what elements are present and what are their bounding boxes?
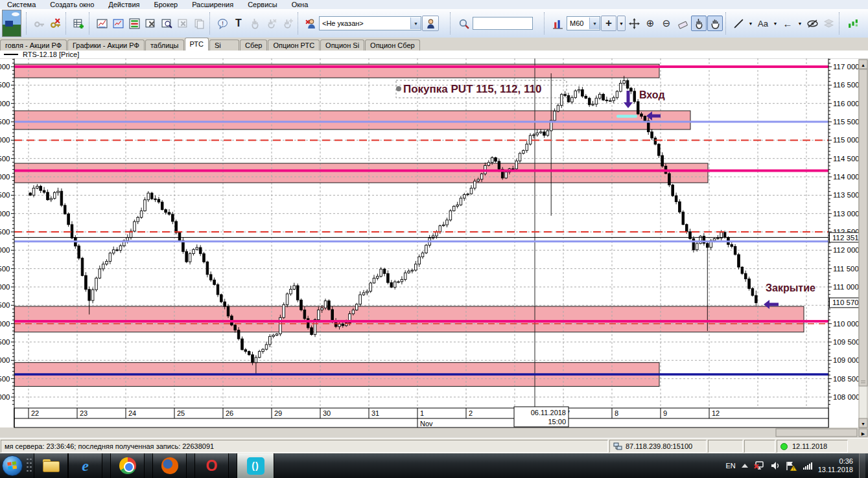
find-window-icon[interactable] (159, 16, 174, 31)
tray-time: 0:36 (839, 457, 853, 465)
search-input[interactable] (473, 17, 533, 30)
svg-text:9: 9 (663, 409, 667, 417)
line-tool-dropdown[interactable]: ▼ (747, 16, 755, 31)
svg-text:114 000: 114 000 (0, 173, 10, 181)
toolbar-separator (89, 12, 91, 34)
tab-trade-stocks[interactable]: говля - Акции РФ (0, 40, 67, 51)
chart-canvas[interactable]: Покупка PUT 115, 112, 110ВходЗакрытие108… (0, 58, 868, 438)
connection-address: 87.118.239.80:15100 (626, 442, 692, 450)
date-section: 12.11.2018 (777, 440, 848, 453)
pan-tool-icon[interactable] (626, 16, 642, 31)
show-hidden-icons[interactable] (742, 464, 748, 468)
close-all-windows-icon[interactable] (175, 16, 191, 31)
tab-option-si[interactable]: Опцион Si (320, 40, 364, 51)
language-indicator[interactable]: EN (725, 462, 735, 470)
taskbar-ie-button[interactable]: e (68, 453, 102, 478)
alert-bubble-icon[interactable]: ! (215, 16, 230, 31)
chart-legend: RTS-12.18 [Price] (0, 51, 868, 58)
workspace-tabs: говля - Акции РФ Графики - Акции РФ табл… (0, 38, 868, 51)
timeframe-combobox[interactable]: M60 ▼ (567, 16, 600, 30)
hand-point-icon[interactable] (247, 16, 263, 31)
eraser-icon[interactable] (675, 16, 690, 31)
taskbar-quik-button[interactable]: () (237, 453, 274, 478)
new-chart-icon[interactable] (94, 16, 110, 31)
taskbar-chrome-button[interactable] (110, 453, 145, 478)
layers-icon[interactable] (821, 16, 836, 31)
tab-option-sber[interactable]: Опцион Сбер (365, 40, 420, 51)
windows-logo-icon (2, 455, 23, 476)
svg-text:115 500: 115 500 (0, 118, 10, 126)
menu-bar: Система Создать окно Действия Брокер Рас… (0, 0, 868, 9)
arrow-tool-icon[interactable]: ← (780, 16, 795, 31)
text-tool-dropdown[interactable]: ▼ (771, 16, 779, 31)
svg-text:112 351: 112 351 (832, 234, 859, 242)
client-profile-button[interactable] (422, 16, 439, 31)
drag-hand-icon[interactable] (707, 16, 723, 31)
taskbar-opera-button[interactable]: O (194, 453, 229, 478)
connection-section: 87.118.239.80:15100 (609, 440, 707, 453)
menu-windows[interactable]: Окна (285, 0, 316, 9)
tab-sber[interactable]: Сбер (240, 40, 267, 51)
toolbar-separator (544, 12, 546, 34)
show-desktop-button[interactable] (859, 453, 865, 478)
taskbar-firefox-button[interactable] (152, 453, 187, 478)
client-combobox[interactable]: <Не указан> ▼ (319, 16, 421, 30)
chevron-down-icon[interactable]: ▼ (410, 17, 421, 29)
tab-si[interactable]: Si (209, 40, 239, 51)
menu-create-window[interactable]: Создать окно (43, 0, 101, 9)
tab-rts[interactable]: РТС (185, 38, 209, 51)
status-section-empty2 (744, 440, 775, 453)
line-tool-icon[interactable] (731, 16, 746, 31)
hand-remove-icon[interactable] (263, 16, 279, 31)
start-button[interactable] (0, 453, 25, 478)
copy-window-icon[interactable] (191, 16, 207, 31)
chart-image-icon[interactable] (110, 16, 126, 31)
add-table-icon[interactable] (71, 16, 86, 31)
disconnect-key-icon[interactable] (47, 16, 63, 31)
svg-text:113 500: 113 500 (833, 191, 860, 199)
chart-style-icon[interactable] (844, 15, 861, 32)
text-tool-icon[interactable]: Aa (755, 16, 771, 31)
svg-text:Nov: Nov (420, 420, 433, 427)
folder-icon (43, 459, 60, 472)
svg-text:110 000: 110 000 (833, 320, 860, 328)
action-center-flag-icon[interactable]: ! (786, 461, 797, 471)
menu-extensions[interactable]: Расширения (185, 0, 240, 9)
text-type-icon[interactable]: T (231, 16, 246, 31)
network-disconnected-icon[interactable] (754, 461, 765, 471)
zoom-in-icon[interactable]: ⊕ (642, 16, 658, 31)
svg-text:111 500: 111 500 (0, 265, 10, 273)
menu-services[interactable]: Сервисы (240, 0, 285, 9)
volume-icon[interactable] (771, 461, 780, 470)
menu-system[interactable]: Система (0, 0, 43, 9)
taskbar-explorer-button[interactable] (34, 453, 68, 478)
toolbar-separator (839, 12, 841, 34)
menu-broker[interactable]: Брокер (147, 0, 185, 9)
signal-strength-icon[interactable] (803, 462, 812, 470)
svg-text:29: 29 (274, 409, 282, 417)
tab-option-rts[interactable]: Опцион РТС (268, 40, 320, 51)
hide-drawings-icon[interactable] (804, 16, 820, 31)
tab-tables[interactable]: таблицы (145, 40, 184, 51)
add-plot-button[interactable]: + (601, 16, 616, 31)
chevron-down-icon[interactable]: ▼ (589, 17, 600, 29)
hand-add-icon[interactable] (279, 16, 295, 31)
svg-text:06.11.2018: 06.11.2018 (531, 409, 566, 416)
menu-actions[interactable]: Действия (101, 0, 147, 9)
taskbar-clock[interactable]: 0:36 13.11.2018 (818, 457, 853, 474)
quotes-list-icon[interactable] (126, 16, 142, 31)
svg-text:!: ! (793, 466, 794, 471)
taskbar-grip[interactable] (26, 457, 32, 474)
arrow-tool-dropdown[interactable]: ▼ (796, 16, 804, 31)
connect-key-icon[interactable] (31, 16, 47, 31)
pointer-hand-icon[interactable] (691, 16, 707, 31)
add-plot-dropdown[interactable]: ▼ (617, 16, 626, 31)
zoom-out-icon[interactable]: ⊖ (659, 16, 674, 31)
opera-icon: O (206, 457, 218, 475)
tab-charts-stocks[interactable]: Графики - Акции РФ (67, 40, 145, 51)
client-clear-icon[interactable] (303, 16, 318, 31)
close-window-icon[interactable] (143, 16, 158, 31)
system-tray: EN ! 0:36 13.11.2018 (725, 453, 868, 478)
svg-text:113 000: 113 000 (833, 210, 860, 218)
toolbar-separator (209, 12, 212, 34)
